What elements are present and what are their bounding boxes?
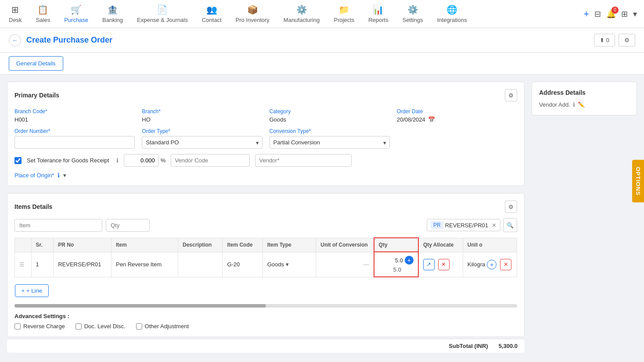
nav-label-settings: Settings [403, 17, 423, 23]
nav-item-pro-inventory[interactable]: 📦 Pro Inventory [234, 1, 271, 27]
qty-search-input[interactable] [106, 219, 150, 232]
advanced-settings-title: Advanced Settings : [14, 313, 517, 319]
items-search-row: PR REVERSE/PR01 ✕ 🔍 [14, 218, 517, 232]
nav-item-contact[interactable]: 👥 Contact [200, 1, 223, 27]
qty-allocate-button[interactable]: ↗ [423, 259, 435, 270]
nav-item-projects[interactable]: 📁 Projects [332, 1, 356, 27]
empty-col [397, 128, 517, 149]
subtotal-label: SubTotal (INR) [449, 343, 488, 349]
unit-minus-icon[interactable]: — [363, 261, 369, 268]
nav-label-purchase: Purchase [64, 17, 88, 23]
nav-item-purchase[interactable]: 🛒 Purchase [62, 1, 90, 27]
back-button[interactable]: ← [9, 34, 21, 47]
tolerance-value-input[interactable] [124, 154, 159, 167]
vendor-code-input[interactable] [171, 154, 250, 167]
reports-icon: 📊 [373, 4, 384, 15]
tolerance-info-icon[interactable]: ℹ [116, 157, 119, 164]
purchase-icon: 🛒 [71, 4, 82, 15]
vendor-add-info-icon[interactable]: ℹ [573, 101, 575, 108]
apps-button[interactable]: ⊞ [621, 9, 628, 19]
items-table-header-row: Sr. PR No Item Description Item Code Ite… [15, 238, 517, 252]
page-header-left: ← Create Purchase Order [9, 34, 112, 47]
unit-add-button[interactable]: + [487, 260, 496, 269]
conversion-type-select-wrapper: Partial Conversion Full Conversion ▾ [270, 136, 390, 149]
col-item: Item [111, 238, 178, 252]
item-code-cell: G-20 [223, 252, 263, 277]
pr-filter-close-icon[interactable]: ✕ [492, 222, 496, 229]
nav-item-reports[interactable]: 📊 Reports [367, 1, 390, 27]
primary-details-gear-button[interactable]: ⚙ [505, 89, 517, 101]
add-button[interactable]: + [583, 8, 589, 20]
tolerance-checkbox[interactable] [14, 157, 22, 164]
nav-item-settings[interactable]: ⚙️ Settings [401, 1, 425, 27]
tabs-bar: General Details [0, 53, 644, 75]
nav-item-banking[interactable]: 🏦 Banking [101, 1, 125, 27]
vendor-add-edit-icon[interactable]: ✏️ [578, 101, 585, 108]
tab-general-details[interactable]: General Details [9, 56, 63, 71]
qty-plus-button[interactable]: + [405, 256, 414, 265]
order-number-group: Order Number* [14, 128, 135, 149]
chevron-down-button[interactable]: ▾ [633, 9, 637, 19]
settings-icon: ⚙️ [407, 4, 418, 15]
page-header-right: ⬆ 0 ⚙ [594, 34, 635, 47]
add-line-label: + Line [26, 287, 42, 294]
col-pr-no: PR No [54, 238, 112, 252]
table-row: ☰ 1 REVERSE/PR01 Pen Reverse Item [15, 252, 517, 277]
conversion-type-select[interactable]: Partial Conversion Full Conversion [270, 136, 390, 149]
tolerance-percent-symbol: % [161, 157, 166, 164]
advanced-settings-section: Advanced Settings : Reverse Charge Doc. … [14, 308, 517, 330]
banking-icon: 🏦 [107, 4, 118, 15]
item-type-chevron-icon[interactable]: ▾ [286, 261, 289, 268]
add-line-button[interactable]: + + Line [15, 284, 49, 297]
primary-details-title: Primary Details [14, 92, 59, 99]
items-details-gear-button[interactable]: ⚙ [505, 201, 517, 213]
nav-label-desk: Desk [9, 17, 22, 23]
user-up-icon: ⬆ [600, 37, 604, 43]
col-item-code: Item Code [223, 238, 263, 252]
unit-delete-button[interactable]: ✕ [500, 259, 511, 270]
other-adjustment-checkbox[interactable] [136, 323, 142, 330]
items-search-button[interactable]: 🔍 [503, 218, 517, 232]
back-icon: ← [12, 37, 18, 43]
doc-level-disc-item: Doc. Level Disc. [76, 323, 126, 330]
tolerance-input-wrap: % [124, 154, 166, 167]
reverse-charge-label: Reverse Charge [23, 323, 65, 330]
order-type-group: Order Type* Standard PO Blanket PO ▾ [142, 128, 262, 149]
col-drag [15, 238, 32, 252]
item-search-input[interactable] [14, 219, 102, 232]
qty-allocate-cell: ↗ ✕ [418, 252, 463, 277]
place-of-origin-chevron-icon[interactable]: ▾ [63, 172, 66, 179]
item-code-value: G-20 [227, 261, 240, 268]
drag-handle-icon[interactable]: ☰ [19, 261, 25, 268]
order-type-select[interactable]: Standard PO Blanket PO [142, 136, 262, 149]
options-sidebar[interactable]: OPTIONS [632, 160, 644, 203]
reverse-charge-checkbox[interactable] [14, 323, 21, 330]
order-number-input[interactable] [14, 136, 135, 149]
notification-area[interactable]: 🔔 0 [606, 9, 616, 19]
vendor-input[interactable] [255, 154, 352, 167]
options-sidebar-label: OPTIONS [635, 167, 641, 196]
contact-icon: 👥 [206, 4, 217, 15]
nav-item-integrations[interactable]: 🌐 Integrations [435, 1, 469, 27]
settings-gear-button[interactable]: ⚙ [619, 34, 635, 47]
search-icon: 🔍 [507, 222, 514, 229]
scrollbar-thumb[interactable] [14, 304, 266, 308]
qty-delete-button[interactable]: ✕ [438, 259, 450, 270]
nav-item-expense[interactable]: 📄 Expense & Journals [135, 1, 190, 27]
page-title: Create Purchase Order [26, 36, 112, 45]
vendor-add-label: Vendor Add. [539, 101, 570, 108]
nav-item-sales[interactable]: 📋 Sales [34, 1, 52, 27]
nav-label-reports: Reports [368, 17, 389, 23]
calendar-icon[interactable]: 📅 [428, 116, 435, 123]
user-count-value: 0 [606, 37, 609, 43]
nav-item-desk[interactable]: ⊞ Desk [7, 1, 24, 27]
user-count-button[interactable]: ⬆ 0 [594, 34, 615, 47]
right-panel: Address Details Vendor Add. ℹ ✏️ [532, 82, 637, 351]
place-of-origin-info-icon[interactable]: ℹ [58, 172, 60, 179]
branch-code-group: Branch Code* H001 [14, 108, 135, 123]
nav-item-manufacturing[interactable]: ⚙️ Manufacturing [282, 1, 321, 27]
horizontal-scrollbar[interactable] [14, 304, 517, 308]
doc-level-disc-checkbox[interactable] [76, 323, 82, 330]
layout-button[interactable]: ⊟ [594, 9, 601, 19]
conversion-type-group: Conversion Type* Partial Conversion Full… [270, 128, 390, 149]
